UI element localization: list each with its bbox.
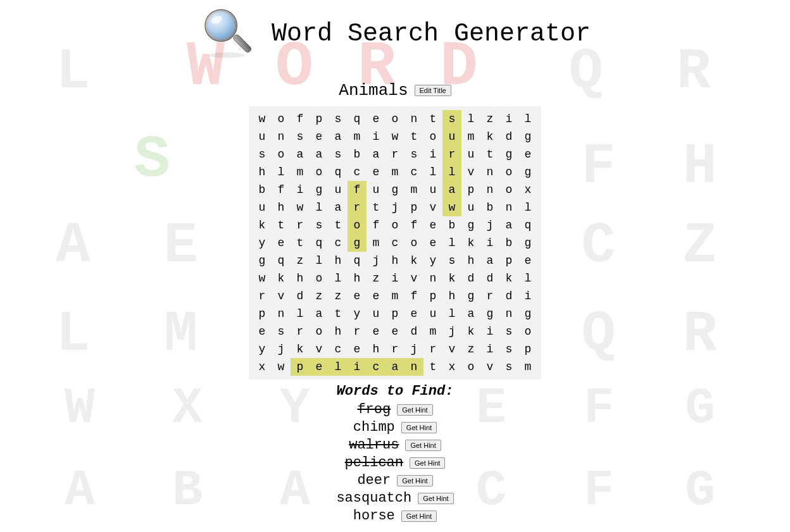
grid-cell[interactable]: u [423, 181, 442, 199]
grid-cell[interactable]: r [348, 199, 367, 216]
grid-cell[interactable]: h [329, 252, 348, 269]
hint-button[interactable]: Get Hint [397, 404, 432, 416]
grid-cell[interactable]: j [272, 340, 291, 358]
grid-cell[interactable]: v [272, 287, 291, 305]
grid-cell[interactable]: z [367, 269, 386, 287]
edit-title-button[interactable]: Edit Title [415, 85, 451, 96]
grid-cell[interactable]: o [518, 323, 537, 340]
grid-cell[interactable]: z [461, 340, 480, 358]
grid-cell[interactable]: r [423, 340, 442, 358]
grid-cell[interactable]: l [442, 305, 461, 323]
grid-cell[interactable]: g [461, 216, 480, 234]
grid-cell[interactable]: t [329, 216, 348, 234]
grid-cell[interactable]: z [329, 287, 348, 305]
grid-cell[interactable]: b [480, 199, 499, 216]
grid-cell[interactable]: s [253, 145, 272, 163]
grid-cell[interactable]: d [499, 287, 518, 305]
grid-cell[interactable]: p [404, 199, 423, 216]
grid-cell[interactable]: j [404, 340, 423, 358]
grid-cell[interactable]: o [461, 358, 480, 376]
grid-cell[interactable]: l [518, 110, 537, 128]
grid-cell[interactable]: b [499, 234, 518, 252]
grid-cell[interactable]: h [329, 323, 348, 340]
grid-cell[interactable]: l [329, 269, 348, 287]
grid-cell[interactable]: s [442, 252, 461, 269]
grid-cell[interactable]: n [480, 163, 499, 181]
grid-cell[interactable]: y [423, 252, 442, 269]
grid-cell[interactable]: t [272, 216, 291, 234]
grid-cell[interactable]: r [253, 287, 272, 305]
grid-cell[interactable]: n [404, 358, 423, 376]
grid-cell[interactable]: e [348, 340, 367, 358]
grid-cell[interactable]: e [367, 110, 386, 128]
grid-cell[interactable]: u [367, 305, 386, 323]
grid-cell[interactable]: o [386, 216, 404, 234]
grid-cell[interactable]: m [348, 128, 367, 145]
hint-button[interactable]: Get Hint [397, 475, 432, 486]
grid-cell[interactable]: n [499, 199, 518, 216]
grid-cell[interactable]: r [442, 145, 461, 163]
grid-cell[interactable]: p [386, 305, 404, 323]
grid-cell[interactable]: o [348, 216, 367, 234]
grid-cell[interactable]: o [310, 163, 329, 181]
grid-cell[interactable]: a [367, 145, 386, 163]
grid-cell[interactable]: o [272, 110, 291, 128]
grid-cell[interactable]: y [253, 340, 272, 358]
grid-cell[interactable]: e [404, 305, 423, 323]
hint-button[interactable]: Get Hint [401, 510, 437, 522]
grid-cell[interactable]: k [461, 234, 480, 252]
grid-cell[interactable]: o [386, 110, 404, 128]
grid-cell[interactable]: e [367, 163, 386, 181]
grid-cell[interactable]: r [480, 287, 499, 305]
grid-cell[interactable]: g [518, 163, 537, 181]
grid-cell[interactable]: v [480, 358, 499, 376]
grid-cell[interactable]: n [272, 128, 291, 145]
grid-cell[interactable]: v [310, 340, 329, 358]
grid-cell[interactable]: u [461, 199, 480, 216]
grid-cell[interactable]: a [310, 145, 329, 163]
grid-cell[interactable]: o [272, 145, 291, 163]
grid-cell[interactable]: g [253, 252, 272, 269]
grid-cell[interactable]: y [348, 305, 367, 323]
grid-cell[interactable]: k [499, 269, 518, 287]
grid-cell[interactable]: c [386, 234, 404, 252]
grid-cell[interactable]: f [404, 287, 423, 305]
grid-cell[interactable]: l [442, 234, 461, 252]
grid-cell[interactable]: m [518, 358, 537, 376]
grid-cell[interactable]: m [423, 323, 442, 340]
grid-cell[interactable]: j [442, 323, 461, 340]
grid-cell[interactable]: a [499, 216, 518, 234]
grid-cell[interactable]: s [404, 145, 423, 163]
grid-cell[interactable]: e [310, 358, 329, 376]
grid-cell[interactable]: n [423, 269, 442, 287]
grid-cell[interactable]: f [348, 181, 367, 199]
grid-cell[interactable]: e [310, 128, 329, 145]
grid-cell[interactable]: d [480, 269, 499, 287]
grid-cell[interactable]: m [386, 287, 404, 305]
grid-cell[interactable]: j [480, 216, 499, 234]
grid-cell[interactable]: c [404, 163, 423, 181]
grid-cell[interactable]: o [310, 269, 329, 287]
grid-cell[interactable]: e [518, 145, 537, 163]
grid-cell[interactable]: k [272, 269, 291, 287]
grid-cell[interactable]: s [310, 216, 329, 234]
grid-cell[interactable]: g [480, 305, 499, 323]
grid-cell[interactable]: n [272, 305, 291, 323]
grid-cell[interactable]: l [310, 199, 329, 216]
grid-cell[interactable]: o [499, 163, 518, 181]
grid-cell[interactable]: c [329, 234, 348, 252]
grid-cell[interactable]: f [367, 216, 386, 234]
grid-cell[interactable]: t [423, 358, 442, 376]
grid-cell[interactable]: n [480, 181, 499, 199]
grid-cell[interactable]: j [367, 252, 386, 269]
grid-cell[interactable]: s [499, 358, 518, 376]
grid-cell[interactable]: i [386, 269, 404, 287]
grid-cell[interactable]: q [348, 110, 367, 128]
grid-cell[interactable]: e [348, 287, 367, 305]
grid-cell[interactable]: w [253, 110, 272, 128]
grid-cell[interactable]: k [291, 340, 310, 358]
grid-cell[interactable]: a [329, 128, 348, 145]
grid-cell[interactable]: a [329, 199, 348, 216]
grid-cell[interactable]: a [291, 145, 310, 163]
grid-cell[interactable]: l [291, 305, 310, 323]
